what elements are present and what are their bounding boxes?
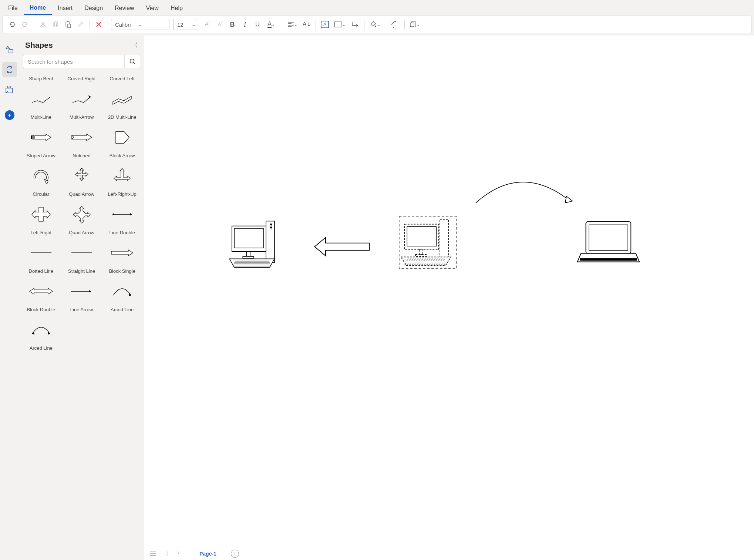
shape-line-arrow[interactable]: Line Arrow [61,275,102,314]
menu-bar: File Home Insert Design Review View Help [0,0,754,16]
chevron-down-icon: ⌄ [377,22,381,27]
drawing-canvas[interactable] [144,36,754,547]
chevron-down-icon: ⌄ [135,21,146,28]
menu-view[interactable]: View [140,1,165,14]
shape-curved-left[interactable]: Curved Left [102,74,142,83]
underline-button[interactable]: U [252,19,263,30]
menu-help[interactable]: Help [165,1,189,14]
italic-button[interactable]: I [239,19,251,30]
prev-page-button[interactable]: 〈 [161,548,172,559]
shape-block-single[interactable]: Block Single [102,237,142,275]
rail-shapes-button[interactable] [2,42,17,57]
text-direction-button[interactable]: A [301,19,313,30]
page-tab[interactable]: Page-1 [193,551,223,557]
shape-2d-multi-line[interactable]: 2D Multi-Line [102,83,142,121]
shape-search-input[interactable] [23,55,124,68]
svg-rect-23 [246,252,250,256]
shape-notched[interactable]: Notched [61,121,102,160]
chevron-down-icon: ⌄ [392,24,396,29]
svg-rect-19 [270,224,272,225]
copy-button[interactable] [50,19,61,30]
shape-left-right[interactable]: Left-Right [21,198,61,237]
pages-list-button[interactable] [147,548,158,559]
shape-fill-button[interactable]: ⌄ [367,19,383,30]
svg-rect-5 [67,21,68,22]
bold-button[interactable]: B [226,19,238,30]
separator [316,20,316,29]
shape-block-arrow[interactable]: Block Arrow [102,121,142,160]
canvas-shape-desktop-2-selected[interactable] [399,216,457,268]
menu-design[interactable]: Design [78,1,109,14]
line-color-button[interactable]: ⌄ [386,19,401,30]
separator [227,550,227,557]
shape-circular[interactable]: Circular [21,160,61,198]
svg-rect-30 [415,255,427,256]
svg-rect-24 [243,256,254,258]
shape-curved-right[interactable]: Curved Right [61,74,102,83]
shape-multi-line[interactable]: Multi-Line [21,83,61,121]
font-color-button[interactable]: A ⌄ [264,19,279,30]
increase-font-button[interactable]: Aˆ [201,19,213,30]
shape-quad-arrow-2[interactable]: Quad Arrow [61,198,102,237]
shape-quad-arrow[interactable]: Quad Arrow [61,160,102,198]
menu-insert[interactable]: Insert [52,1,78,14]
menu-home[interactable]: Home [24,1,52,15]
format-painter-button[interactable] [75,19,87,30]
chevron-down-icon: ⌄ [294,22,298,27]
connector-button[interactable] [349,19,361,30]
svg-rect-6 [68,24,71,28]
rail-sync-button[interactable] [2,62,17,77]
rail-add-button[interactable]: + [5,110,14,120]
separator [108,20,108,29]
canvas-shape-laptop[interactable] [578,222,640,262]
collapse-panel-button[interactable]: 〈 [131,41,138,50]
delete-button[interactable] [93,19,105,30]
shape-grid: Sharp Bent Curved Right Curved Left Mult… [19,72,144,560]
separator [282,20,282,29]
shape-dotted-line[interactable]: Dotted Line [21,237,61,275]
separator [90,20,90,29]
shape-arced-line-2[interactable]: Arced Line [21,314,61,352]
left-rail: + [0,36,19,560]
menu-review[interactable]: Review [109,1,140,14]
svg-rect-28 [407,227,436,246]
shape-straight-line[interactable]: Straight Line [61,237,102,275]
shape-multi-arrow[interactable]: Multi-Arrow [61,83,102,121]
chevron-down-icon: ⌄ [187,21,200,28]
canvas-shape-arrow[interactable] [314,238,369,256]
shape-arced-line[interactable]: Arced Line [102,275,142,314]
svg-point-11 [375,26,376,27]
separator [404,20,405,29]
arrange-button[interactable]: ⌄ [408,19,423,30]
svg-rect-7 [81,21,83,24]
paste-button[interactable] [62,19,74,30]
undo-button[interactable] [6,19,18,30]
svg-rect-29 [419,250,423,255]
font-name-select[interactable]: Calibri ⌄ [111,19,169,30]
svg-rect-3 [54,22,58,26]
font-size-select[interactable]: 12 ⌄ [173,19,196,30]
canvas-shape-desktop-1[interactable] [229,221,275,267]
shape-search-button[interactable] [124,55,140,68]
shape-left-right-up[interactable]: Left-Right-Up [102,160,142,198]
next-page-button[interactable]: 〉 [174,548,185,559]
chevron-down-icon: ⌄ [342,22,346,27]
canvas-shape-arc[interactable] [476,182,572,203]
decrease-font-button[interactable]: Aˇ [214,19,226,30]
add-page-button[interactable]: + [231,550,239,558]
svg-rect-2 [53,23,57,27]
shape-striped-arrow[interactable]: Striped Arrow [21,121,61,160]
fill-style-button[interactable]: ⌄ [331,19,349,30]
shape-line-double[interactable]: Line Double [102,198,142,237]
separator [189,550,189,557]
redo-button[interactable] [19,19,31,30]
shape-block-double[interactable]: Block Double [21,275,61,314]
cut-button[interactable] [37,19,49,30]
shape-sharp-bent[interactable]: Sharp Bent [21,74,61,83]
svg-rect-17 [33,135,34,139]
svg-rect-22 [234,228,263,248]
rail-stencil-button[interactable] [2,82,17,97]
text-block-button[interactable]: A [319,19,331,30]
align-button[interactable]: ⌄ [285,19,300,30]
menu-file[interactable]: File [2,1,24,14]
